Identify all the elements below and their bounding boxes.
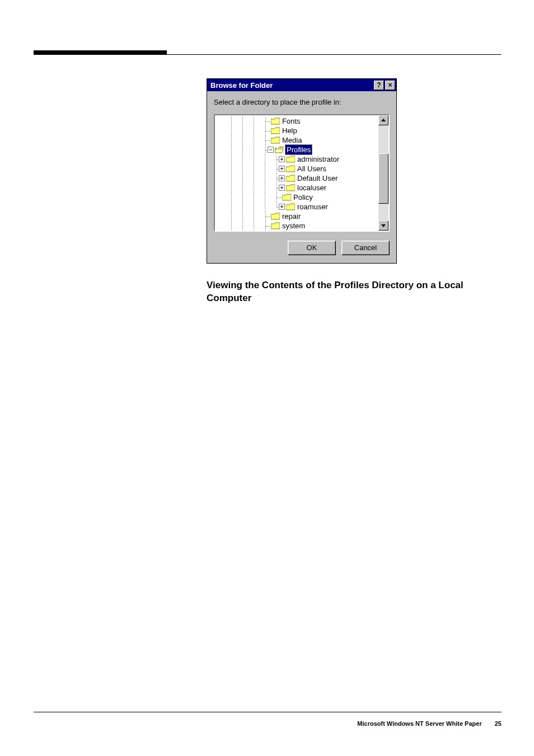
folder-icon [286, 203, 295, 210]
folder-icon [286, 175, 295, 182]
folder-icon [271, 127, 280, 134]
tree-item-localuser[interactable]: + localuser [215, 183, 377, 192]
expand-icon[interactable]: + [279, 166, 285, 172]
expand-icon[interactable]: + [279, 204, 285, 210]
header-rule [167, 54, 502, 55]
tree-item-label: Policy [293, 192, 313, 202]
expand-icon[interactable]: + [279, 175, 285, 181]
tree-item-roamuser[interactable]: + roamuser [215, 202, 377, 212]
scroll-down-icon[interactable] [378, 220, 388, 231]
header-accent-bar [34, 50, 167, 55]
tree-item-profiles[interactable]: − Profiles [215, 145, 377, 154]
close-icon[interactable]: × [385, 81, 395, 90]
folder-icon [286, 156, 295, 163]
tree-item-system[interactable]: system [215, 221, 377, 231]
tree-item-all-users[interactable]: + All Users [215, 164, 377, 173]
tree-item-label: Help [282, 126, 297, 135]
open-folder-icon [275, 146, 284, 153]
folder-icon [271, 222, 280, 229]
tree-item-repair[interactable]: repair [215, 212, 377, 221]
tree-item-label: Default User [297, 173, 338, 183]
tree-item-help[interactable]: Help [215, 126, 377, 135]
tree-item-label: administrator [297, 154, 339, 164]
section-heading: Viewing the Contents of the Profiles Dir… [207, 279, 499, 305]
folder-icon [271, 118, 280, 125]
tree-item-label-selected: Profiles [285, 144, 312, 155]
tree-item-label: localuser [297, 183, 326, 192]
folder-icon [271, 137, 280, 144]
page-footer: Microsoft Windows NT Server White Paper … [357, 720, 502, 727]
collapse-icon[interactable]: − [268, 147, 274, 153]
ok-button[interactable]: OK [288, 241, 336, 255]
help-icon[interactable]: ? [374, 81, 384, 90]
dialog-title: Browse for Folder [210, 81, 373, 90]
tree-item-label: system [282, 221, 305, 231]
tree-item-administrator[interactable]: + administrator [215, 154, 377, 164]
scrollbar-thumb[interactable] [378, 153, 388, 204]
expand-icon[interactable]: + [279, 185, 285, 191]
dialog-instruction: Select a directory to place the profile … [214, 98, 390, 106]
cancel-button[interactable]: Cancel [341, 241, 390, 255]
footer-rule [34, 712, 502, 712]
scrollbar-track[interactable] [378, 125, 388, 220]
tree-item-label: Fonts [282, 116, 301, 126]
browse-for-folder-dialog: Browse for Folder ? × Select a directory… [207, 78, 397, 264]
folder-tree[interactable]: Fonts Help Media [214, 114, 390, 232]
folder-icon [286, 184, 295, 191]
footer-text: Microsoft Windows NT Server White Paper [357, 720, 481, 727]
tree-item-label: repair [282, 212, 301, 221]
scroll-up-icon[interactable] [378, 115, 388, 125]
folder-icon [286, 165, 295, 172]
expand-icon[interactable]: + [279, 156, 285, 162]
folder-icon [271, 213, 280, 220]
tree-item-label: All Users [297, 164, 326, 173]
tree-item-policy[interactable]: Policy [215, 192, 377, 202]
footer-page-number: 25 [495, 720, 502, 727]
tree-item-default-user[interactable]: + Default User [215, 173, 377, 183]
dialog-titlebar: Browse for Folder ? × [207, 79, 396, 91]
folder-icon [282, 194, 291, 201]
vertical-scrollbar[interactable] [378, 115, 388, 231]
tree-item-label: Media [282, 135, 302, 145]
tree-item-media[interactable]: Media [215, 135, 377, 145]
tree-item-label: roamuser [297, 202, 328, 212]
tree-item-fonts[interactable]: Fonts [215, 116, 377, 126]
